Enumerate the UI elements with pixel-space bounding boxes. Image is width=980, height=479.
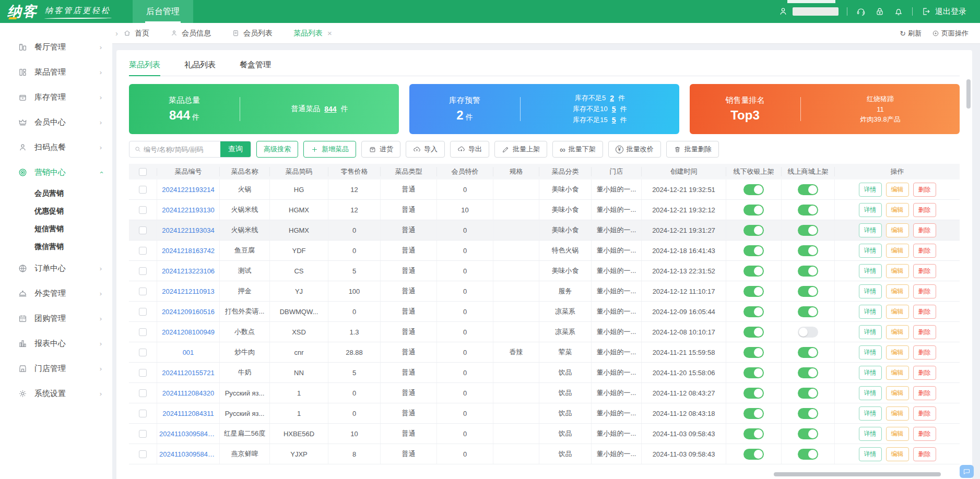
- horizontal-scroll-thumb[interactable]: [774, 472, 941, 476]
- del-button[interactable]: 删除: [913, 325, 936, 339]
- dish-id-link[interactable]: 20241209160516: [162, 308, 215, 316]
- 批量下架-button[interactable]: ∞批量下架: [552, 141, 603, 158]
- detail-button[interactable]: 详情: [859, 244, 882, 258]
- stat-value[interactable]: 5: [612, 116, 616, 124]
- detail-button[interactable]: 详情: [859, 345, 882, 360]
- pos-shelf-toggle[interactable]: [743, 266, 764, 277]
- sidebar-item-扫码点餐[interactable]: 扫码点餐›: [0, 135, 112, 160]
- tab-gift-list[interactable]: 礼品列表: [184, 54, 216, 76]
- 批量上架-button[interactable]: 批量上架: [494, 141, 547, 158]
- stat-value[interactable]: 5: [612, 105, 616, 113]
- mall-shelf-toggle[interactable]: [798, 266, 818, 277]
- mall-shelf-toggle[interactable]: [798, 306, 818, 317]
- mall-shelf-toggle[interactable]: [798, 225, 818, 236]
- sidebar-item-订单中心[interactable]: 订单中心›: [0, 256, 112, 281]
- sidebar-item-菜品管理[interactable]: 菜品管理›: [0, 59, 112, 85]
- sidebar-subitem-短信营销[interactable]: 短信营销: [0, 220, 112, 238]
- dish-id-link[interactable]: 20241103095843...: [159, 430, 217, 438]
- sidebar-item-报表中心[interactable]: 报表中心›: [0, 331, 112, 356]
- sidebar-subitem-优惠促销[interactable]: 优惠促销: [0, 202, 112, 220]
- dish-id-link[interactable]: 20241218163742: [162, 247, 215, 255]
- row-checkbox[interactable]: [139, 308, 147, 316]
- pos-shelf-toggle[interactable]: [743, 449, 764, 460]
- dish-id-link[interactable]: 20241221193214: [162, 186, 214, 194]
- del-button[interactable]: 删除: [913, 264, 936, 278]
- page-ops-button[interactable]: 页面操作: [932, 29, 969, 38]
- dish-id-link[interactable]: 20241221193034: [162, 226, 214, 234]
- detail-button[interactable]: 详情: [859, 366, 882, 380]
- pos-shelf-toggle[interactable]: [743, 327, 764, 338]
- detail-button[interactable]: 详情: [859, 264, 882, 278]
- 批量删除-button[interactable]: 批量删除: [666, 141, 719, 158]
- detail-button[interactable]: 详情: [859, 427, 882, 441]
- mall-shelf-toggle[interactable]: [798, 367, 818, 378]
- del-button[interactable]: 删除: [913, 345, 936, 360]
- pos-shelf-toggle[interactable]: [743, 245, 764, 256]
- edit-button[interactable]: 编辑: [886, 406, 909, 421]
- del-button[interactable]: 删除: [913, 223, 936, 237]
- 批量改价-button[interactable]: ¥批量改价: [608, 141, 661, 158]
- bell-icon[interactable]: [893, 6, 904, 17]
- edit-button[interactable]: 编辑: [886, 345, 909, 360]
- dish-id-link[interactable]: 20241208100949: [162, 328, 215, 336]
- 新增菜品-button[interactable]: 新增菜品: [303, 141, 356, 158]
- 进货-button[interactable]: 进货: [361, 141, 400, 158]
- pos-shelf-toggle[interactable]: [743, 388, 764, 399]
- pos-shelf-toggle[interactable]: [743, 306, 764, 317]
- del-button[interactable]: 删除: [913, 386, 936, 400]
- del-button[interactable]: 删除: [913, 203, 936, 217]
- sidebar-item-餐厅管理[interactable]: 餐厅管理›: [0, 34, 112, 59]
- tab-dish-list[interactable]: 菜品列表: [129, 54, 160, 76]
- detail-button[interactable]: 详情: [859, 325, 882, 339]
- mall-shelf-toggle[interactable]: [798, 205, 818, 215]
- edit-button[interactable]: 编辑: [886, 264, 909, 278]
- del-button[interactable]: 删除: [913, 305, 936, 319]
- edit-button[interactable]: 编辑: [886, 427, 909, 441]
- mall-shelf-toggle[interactable]: [798, 245, 818, 256]
- edit-button[interactable]: 编辑: [886, 386, 909, 400]
- tab-mealbox-mgmt[interactable]: 餐盒管理: [240, 54, 271, 76]
- detail-button[interactable]: 详情: [859, 284, 882, 298]
- del-button[interactable]: 删除: [913, 406, 936, 421]
- detail-button[interactable]: 详情: [859, 406, 882, 421]
- page-tab-会员信息[interactable]: 会员信息: [170, 29, 211, 38]
- sidebar-subitem-微信营销[interactable]: 微信营销: [0, 238, 112, 256]
- pos-shelf-toggle[interactable]: [743, 286, 764, 297]
- vertical-scroll-thumb[interactable]: [966, 79, 971, 109]
- page-tab-首页[interactable]: 首页: [123, 29, 149, 38]
- pos-shelf-toggle[interactable]: [743, 184, 764, 195]
- del-button[interactable]: 删除: [913, 284, 936, 298]
- headset-icon[interactable]: [856, 6, 866, 17]
- sidebar-item-外卖管理[interactable]: 外卖管理›: [0, 281, 112, 306]
- sidebar-item-库存管理[interactable]: 库存管理›: [0, 85, 112, 110]
- row-checkbox[interactable]: [139, 430, 147, 438]
- row-checkbox[interactable]: [139, 369, 147, 377]
- mall-shelf-toggle[interactable]: [798, 408, 818, 419]
- dish-id-link[interactable]: 20241112084320: [162, 389, 214, 397]
- page-tab-菜品列表[interactable]: 菜品列表×: [293, 29, 332, 38]
- dish-id-link[interactable]: 20241212110913: [162, 288, 214, 295]
- pos-shelf-toggle[interactable]: [743, 428, 764, 439]
- logout-button[interactable]: 退出登录: [921, 6, 966, 17]
- del-button[interactable]: 删除: [913, 244, 936, 258]
- row-checkbox[interactable]: [139, 349, 147, 356]
- row-checkbox[interactable]: [139, 328, 147, 336]
- 导入-button[interactable]: 导入: [406, 141, 445, 158]
- sidebar-item-团购管理[interactable]: 团购管理›: [0, 306, 112, 331]
- dish-id-link[interactable]: 20241103095843...: [159, 450, 217, 458]
- sidebar-subitem-会员营销[interactable]: 会员营销: [0, 185, 112, 202]
- dish-id-link[interactable]: 001: [183, 349, 194, 356]
- mall-shelf-toggle[interactable]: [798, 388, 818, 399]
- edit-button[interactable]: 编辑: [886, 284, 909, 298]
- tab-scroll-right-icon[interactable]: ›: [115, 29, 118, 38]
- stat-value[interactable]: 844: [324, 105, 336, 113]
- query-button[interactable]: 查询: [220, 141, 251, 158]
- stat-value[interactable]: 2: [610, 94, 614, 102]
- edit-button[interactable]: 编辑: [886, 223, 909, 237]
- vertical-scrollbar[interactable]: [966, 74, 971, 473]
- dish-id-link[interactable]: 20241112084311: [162, 410, 214, 417]
- edit-button[interactable]: 编辑: [886, 305, 909, 319]
- select-all-checkbox[interactable]: [139, 168, 147, 176]
- edit-button[interactable]: 编辑: [886, 325, 909, 339]
- mall-shelf-toggle[interactable]: [798, 327, 818, 338]
